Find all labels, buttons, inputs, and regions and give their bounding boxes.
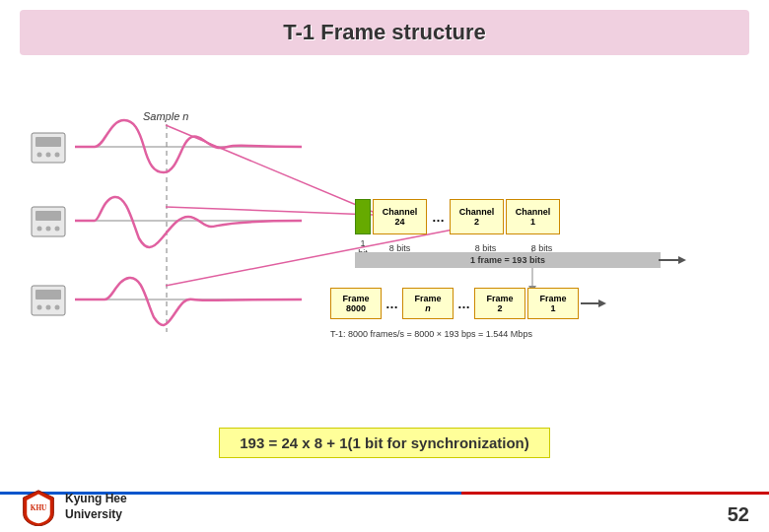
frame-bits-bar: 1 frame = 193 bits xyxy=(355,252,661,268)
frames-arrow xyxy=(581,288,608,319)
svg-point-5 xyxy=(55,152,60,157)
channel-2-box: Channel 2 xyxy=(450,199,504,234)
frame-n-box: Frame n xyxy=(402,288,454,319)
waveform-svg-1 xyxy=(75,115,302,179)
svg-point-16 xyxy=(46,304,51,309)
svg-point-10 xyxy=(46,226,51,231)
waveform-row-1 xyxy=(30,115,302,179)
university-name: Kyung Hee University xyxy=(65,492,127,522)
sync-bit-box xyxy=(355,199,371,234)
university-logo: KHU xyxy=(20,489,57,526)
frame-2-box: Frame 2 xyxy=(474,288,525,319)
svg-point-11 xyxy=(55,226,60,231)
highlight-wrapper: 193 = 24 x 8 + 1(1 bit for synchronizati… xyxy=(0,420,769,466)
page-number: 52 xyxy=(728,503,749,526)
svg-point-9 xyxy=(37,226,42,231)
highlight-box: 193 = 24 x 8 + 1(1 bit for synchronizati… xyxy=(219,428,549,458)
svg-rect-8 xyxy=(35,211,61,221)
dots-1: … xyxy=(432,210,445,225)
phone-icon-1 xyxy=(30,131,67,165)
waveform-row-3 xyxy=(30,268,302,332)
svg-point-4 xyxy=(46,152,51,157)
waveform-row-2 xyxy=(30,189,302,253)
channel-24-box: Channel 24 xyxy=(373,199,427,234)
svg-rect-14 xyxy=(35,290,61,299)
title-bar: T-1 Frame structure xyxy=(20,10,749,55)
frame-8000-box: Frame 8000 xyxy=(330,288,382,319)
phone-icon-2 xyxy=(30,205,67,238)
svg-point-15 xyxy=(37,304,42,309)
slide-title: T-1 Frame structure xyxy=(39,20,730,45)
svg-text:KHU: KHU xyxy=(31,504,47,512)
footer: KHU Kyung Hee University 52 xyxy=(0,485,769,532)
svg-marker-27 xyxy=(598,299,606,307)
formula-line: T-1: 8000 frames/s = 8000 × 193 bps = 1.… xyxy=(330,329,532,339)
frame-arrow xyxy=(659,252,688,268)
dots-3: … xyxy=(457,297,470,311)
svg-point-3 xyxy=(37,152,42,157)
footer-left: KHU Kyung Hee University xyxy=(20,489,127,526)
waveform-svg-2 xyxy=(75,189,302,253)
svg-marker-25 xyxy=(678,256,686,264)
dots-2: … xyxy=(385,297,398,311)
frame-boxes-row: Frame 8000 … Frame n … Frame 2 Frame 1 xyxy=(330,288,608,319)
channel-boxes-row: Channel 24 … Channel 2 Channel 1 xyxy=(355,199,560,234)
svg-rect-2 xyxy=(35,137,61,147)
phone-icon-3 xyxy=(30,284,67,317)
channel-1-box: Channel 1 xyxy=(506,199,560,234)
svg-point-17 xyxy=(55,304,60,309)
waveform-svg-3 xyxy=(75,268,302,332)
frame-1-box: Frame 1 xyxy=(527,288,579,319)
